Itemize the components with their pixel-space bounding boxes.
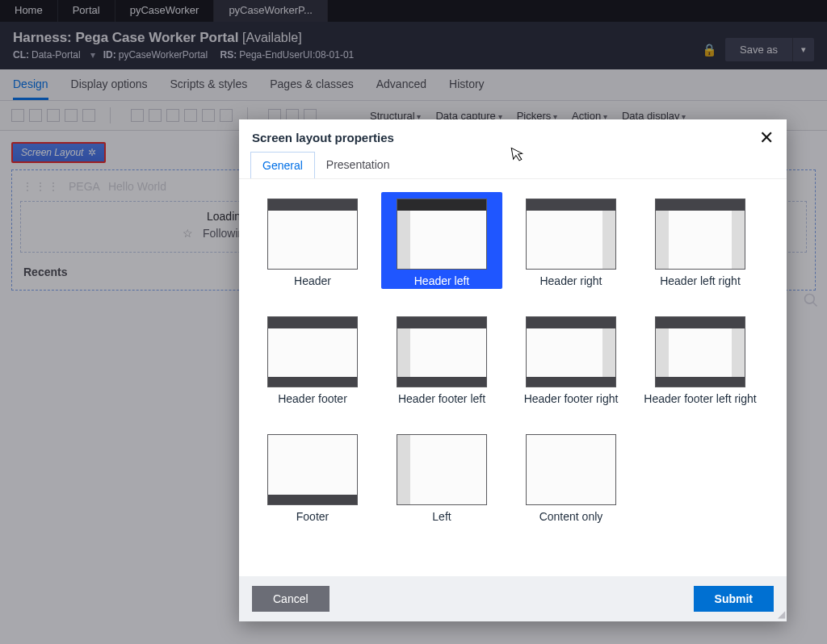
layout-label: Header left right xyxy=(643,274,758,287)
layout-grid: HeaderHeader leftHeader rightHeader left… xyxy=(252,192,782,525)
layout-option-header_left[interactable]: Header left xyxy=(381,192,502,289)
screen-layout-modal: Screen layout properties ✕ General Prese… xyxy=(239,119,787,621)
cancel-button[interactable]: Cancel xyxy=(252,586,330,612)
layout-label: Header xyxy=(255,274,370,287)
layout-label: Header footer left xyxy=(384,392,499,405)
layout-option-header_footer_l[interactable]: Header footer left xyxy=(381,310,502,407)
modal-title: Screen layout properties xyxy=(252,131,394,144)
layout-label: Content only xyxy=(514,510,628,523)
layout-label: Header footer left right xyxy=(643,392,758,405)
close-icon[interactable]: ✕ xyxy=(759,131,774,145)
layout-option-footer[interactable]: Footer xyxy=(252,428,373,525)
layout-option-header_right[interactable]: Header right xyxy=(510,192,632,289)
submit-button[interactable]: Submit xyxy=(694,586,774,612)
layout-label: Header footer xyxy=(255,392,370,405)
layout-option-content[interactable]: Content only xyxy=(510,428,632,525)
layout-option-left[interactable]: Left xyxy=(381,428,502,525)
layout-option-header_footer[interactable]: Header footer xyxy=(252,310,373,407)
layout-option-header[interactable]: Header xyxy=(252,192,373,289)
layout-label: Header right xyxy=(514,274,628,287)
layout-label: Left xyxy=(384,510,499,523)
layout-label: Header left xyxy=(384,274,499,287)
layout-option-header_footer_lr[interactable]: Header footer left right xyxy=(640,310,761,407)
resize-grip-icon[interactable]: ◢ xyxy=(778,608,785,620)
layout-option-header_lr[interactable]: Header left right xyxy=(640,192,761,289)
layout-label: Footer xyxy=(255,510,370,523)
modal-footer: Cancel Submit xyxy=(239,576,787,621)
layout-option-header_footer_r[interactable]: Header footer right xyxy=(510,310,632,407)
modal-tab-general[interactable]: General xyxy=(250,152,315,179)
modal-tab-presentation[interactable]: Presentation xyxy=(315,152,401,179)
layout-label: Header footer right xyxy=(514,392,628,405)
modal-body: HeaderHeader leftHeader rightHeader left… xyxy=(239,178,787,576)
